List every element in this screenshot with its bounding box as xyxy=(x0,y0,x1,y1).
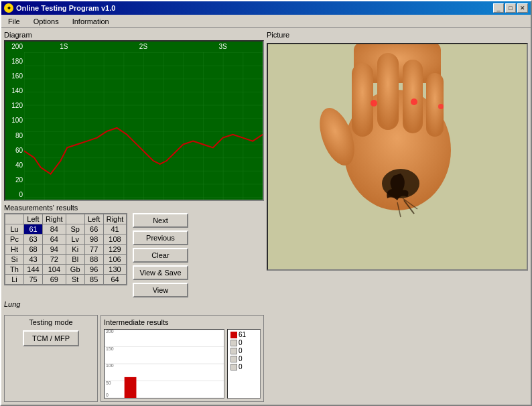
col-header-left1: Left xyxy=(24,214,43,224)
tcm-button[interactable]: TCM / MFP xyxy=(23,330,79,346)
maximize-button[interactable]: □ xyxy=(505,3,516,13)
col-header-2 xyxy=(66,214,84,224)
main-window: ✦ Online Testing Program v1.0 _ □ ✕ File… xyxy=(0,0,532,406)
view-save-button[interactable]: View & Save xyxy=(133,265,188,280)
legend-color-3 xyxy=(230,348,237,354)
col-header-right2: Right xyxy=(103,214,127,224)
measurements-section: Measurements' results Left Right Left xyxy=(4,204,264,312)
measurements-inner: Left Right Left Right Lu 61 xyxy=(4,213,264,297)
table-container: Left Right Left Right Lu 61 xyxy=(4,213,127,285)
title-controls: _ □ ✕ xyxy=(493,3,528,13)
table-row: Lu 61 84 Sp 66 41 xyxy=(5,224,127,234)
previous-button[interactable]: Previous xyxy=(133,230,188,245)
svg-rect-18 xyxy=(403,60,423,133)
legend-area: 61 0 0 0 xyxy=(227,329,261,399)
legend-value-2: 0 xyxy=(239,339,243,346)
right-panel: Picture xyxy=(267,31,528,402)
legend-value-1: 61 xyxy=(239,331,246,338)
diagram-label: Diagram xyxy=(4,31,264,39)
table-row: Si 43 72 Bl 88 106 xyxy=(5,255,127,265)
intermediate-svg: 200 150 100 50 0 xyxy=(105,330,224,398)
picture-container xyxy=(267,43,528,271)
svg-point-25 xyxy=(411,98,417,105)
measurements-table: Left Right Left Right Lu 61 xyxy=(5,214,127,285)
main-content: Diagram 200 180 160 140 120 100 80 60 40… xyxy=(1,28,531,405)
hand-illustration xyxy=(304,43,491,271)
window-title: Online Testing Program v1.0 xyxy=(16,4,115,12)
svg-text:100: 100 xyxy=(106,363,114,368)
view-button[interactable]: View xyxy=(133,283,188,297)
legend-color-2 xyxy=(230,340,237,346)
legend-color-4 xyxy=(230,356,237,362)
legend-value-3: 0 xyxy=(239,347,243,354)
diagram-chart xyxy=(24,52,263,200)
svg-rect-16 xyxy=(352,63,373,137)
diagram-y-axis: 200 180 160 140 120 100 80 60 40 20 0 xyxy=(5,42,24,200)
close-button[interactable]: ✕ xyxy=(517,3,528,13)
intermediate-chart: 200 150 100 50 0 xyxy=(104,329,224,399)
bottom-row: Testing mode TCM / MFP Intermediate resu… xyxy=(4,315,264,402)
picture-label: Picture xyxy=(267,31,528,39)
svg-point-24 xyxy=(371,100,377,107)
col-header-1 xyxy=(5,214,24,224)
selected-measurement-label: Lung xyxy=(4,300,264,308)
svg-point-26 xyxy=(438,104,444,109)
buttons-panel: Next Previous Clear View & Save View xyxy=(133,213,188,297)
app-icon: ✦ xyxy=(4,3,13,13)
svg-rect-0 xyxy=(24,52,263,200)
svg-text:200: 200 xyxy=(106,330,114,334)
title-bar: ✦ Online Testing Program v1.0 _ □ ✕ xyxy=(1,1,531,15)
left-panel: Diagram 200 180 160 140 120 100 80 60 40… xyxy=(4,31,264,402)
col-header-left2: Left xyxy=(84,214,103,224)
table-row: Li 75 69 St 85 64 xyxy=(5,275,127,285)
legend-value-4: 0 xyxy=(239,355,243,362)
intermediate-box: Intermediate results 200 xyxy=(101,315,264,402)
svg-rect-11 xyxy=(125,377,137,398)
table-row: Pc 63 64 Lv 98 108 xyxy=(5,234,127,245)
legend-item: 0 xyxy=(230,355,257,362)
legend-color-5 xyxy=(230,364,237,370)
minimize-button[interactable]: _ xyxy=(493,3,504,13)
legend-item: 0 xyxy=(230,363,257,370)
title-bar-left: ✦ Online Testing Program v1.0 xyxy=(4,3,115,13)
legend-value-5: 0 xyxy=(239,363,243,370)
legend-item: 0 xyxy=(230,339,257,346)
legend-item: 61 xyxy=(230,331,257,338)
menu-information[interactable]: Information xyxy=(68,17,113,26)
table-row: Th 144 104 Gb 96 130 xyxy=(5,265,127,275)
diagram-container: 200 180 160 140 120 100 80 60 40 20 0 xyxy=(4,40,264,201)
intermediate-label: Intermediate results xyxy=(104,318,261,326)
measurements-label: Measurements' results xyxy=(4,204,264,212)
svg-text:0: 0 xyxy=(106,393,109,397)
menu-bar: File Options Information xyxy=(1,15,531,28)
legend-color-1 xyxy=(230,332,237,338)
col-header-right1: Right xyxy=(43,214,66,224)
menu-file[interactable]: File xyxy=(4,17,24,26)
svg-rect-17 xyxy=(377,53,399,130)
diagram-section: Diagram 200 180 160 140 120 100 80 60 40… xyxy=(4,31,264,201)
legend-item: 0 xyxy=(230,347,257,354)
svg-text:150: 150 xyxy=(106,346,114,351)
menu-options[interactable]: Options xyxy=(29,17,63,26)
table-row: Ht 68 94 Ki 77 129 xyxy=(5,245,127,255)
next-button[interactable]: Next xyxy=(133,213,188,228)
testing-mode-label: Testing mode xyxy=(29,318,72,326)
clear-button[interactable]: Clear xyxy=(133,248,188,263)
intermediate-inner: 200 150 100 50 0 xyxy=(104,329,261,399)
diagram-x-labels: 1S 2S 3S xyxy=(24,43,263,50)
testing-mode-box: Testing mode TCM / MFP xyxy=(4,315,98,402)
svg-text:50: 50 xyxy=(106,381,111,385)
